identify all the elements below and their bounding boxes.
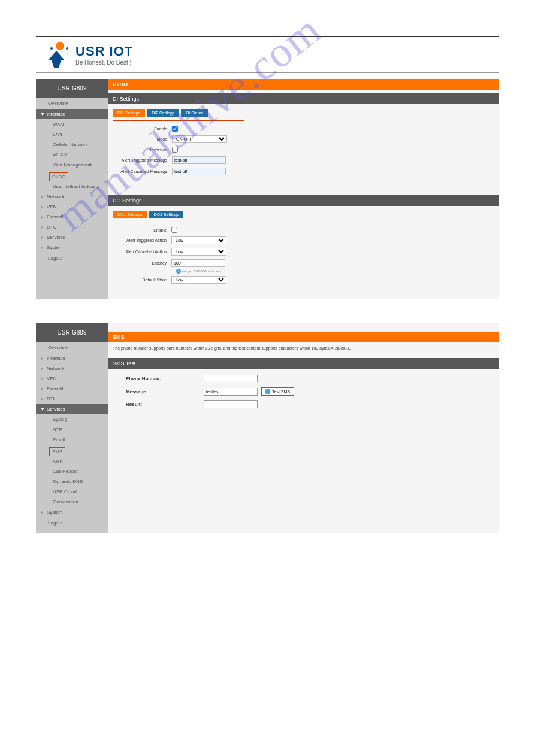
do-enable-label: Enable (117, 228, 171, 232)
do-lat-label: Latency (117, 261, 171, 265)
sms-note: The phone number supports pure numbers w… (108, 342, 499, 354)
sms-result-label: Result: (108, 402, 204, 407)
sms-msg-label: Message: (108, 389, 204, 394)
nav-dtu[interactable]: DTU (36, 222, 108, 232)
nav2-system[interactable]: System (36, 507, 108, 517)
tab-di2[interactable]: DI2 Settings (147, 109, 179, 117)
logo-main: USR IOT (75, 44, 133, 59)
do-aca-select[interactable]: Low (171, 248, 226, 256)
nav-vlan[interactable]: Vlan Management (36, 160, 108, 170)
sms-test-bar: SMS Test (108, 358, 499, 369)
nav-system[interactable]: System (36, 242, 108, 253)
di-acm-label: Alert Cancelled Message (118, 169, 172, 174)
logo-block: USR IOT Be Honest, Do Best ! (36, 40, 499, 69)
nav-logout[interactable]: Logout (36, 253, 108, 264)
svg-point-0 (56, 42, 64, 50)
logo-icon (42, 40, 71, 69)
do-def-select[interactable]: Low (171, 276, 226, 284)
info-icon: i (176, 269, 181, 274)
logo-sub: Be Honest, Do Best ! (75, 59, 133, 66)
do-tabs: DO1 Settings DO2 Settings (108, 206, 499, 222)
nav2-sms[interactable]: SMS (49, 447, 65, 456)
nav2-overview[interactable]: Overview (36, 342, 108, 353)
do-form: Enable Alert Triggered ActionLow Alert C… (113, 222, 499, 292)
header-sms: SMS (108, 332, 499, 342)
test-sms-button[interactable]: Test SMS (261, 387, 294, 396)
svg-point-1 (50, 47, 53, 50)
nav2-logout[interactable]: Logout (36, 517, 108, 529)
nav2-ddns[interactable]: Dynamic DNS (36, 476, 108, 487)
nav2-vpn[interactable]: VPN (36, 374, 108, 384)
nav-firewall[interactable]: Firewall (36, 212, 108, 222)
di-atm-input[interactable] (172, 156, 226, 164)
sms-phone-label: Phone Number: (108, 376, 204, 381)
nav-cellular[interactable]: Cellular Network (36, 139, 108, 150)
sms-msg-input[interactable] (204, 388, 258, 396)
content-2: SMS The phone number supports pure numbe… (108, 323, 499, 533)
di-atm-label: Alert Triggered Message (118, 158, 172, 162)
sms-result-input[interactable] (204, 400, 258, 408)
device-title-2: USR-G809 (36, 323, 108, 342)
nav2-firewall[interactable]: Firewall (36, 384, 108, 394)
nav-services[interactable]: Services (36, 232, 108, 242)
sms-phone-input[interactable] (204, 375, 258, 382)
nav2-services[interactable]: Services (36, 404, 108, 414)
nav-wlan[interactable]: WLAN (36, 150, 108, 160)
nav-dido[interactable]: DI/DO (49, 172, 68, 181)
nav2-interface[interactable]: Interface (36, 353, 108, 363)
nav2-callreboot[interactable]: Call Reboot (36, 466, 108, 476)
content-1: DI/DO DI Settings DI1 Settings DI2 Setti… (108, 79, 499, 299)
do-enable-checkbox[interactable] (171, 227, 177, 233)
do-ata-select[interactable]: Low (171, 236, 226, 244)
sidebar-2: USR-G809 Overview Interface Network VPN … (36, 323, 108, 533)
sms-form: Phone Number: Message:Test SMS Result: (108, 369, 499, 408)
logo-rule (36, 72, 499, 73)
tab-do1[interactable]: DO1 Settings (113, 211, 147, 218)
do-def-label: Default State (117, 278, 171, 282)
panel-dido: USR-G809 Overview Interface WAN LAN Cell… (36, 79, 499, 299)
nav2-usrcloud[interactable]: USR Cloud (36, 487, 108, 497)
do-lat-hint: irange: 0-30000, unit: ms (176, 269, 494, 274)
do-aca-label: Alert Cancelled Action (117, 250, 171, 254)
nav-wan[interactable]: WAN (36, 119, 108, 129)
di-inversion-checkbox[interactable] (172, 147, 178, 153)
di-enable-label: Enable (118, 127, 172, 131)
nav2-email[interactable]: Email (36, 435, 108, 445)
nav-vpn[interactable]: VPN (36, 202, 108, 212)
nav2-dtu[interactable]: DTU (36, 394, 108, 404)
nav2-syslog[interactable]: Syslog (36, 414, 108, 424)
di-form: Enable ModeON-OFF Inversion Alert Trigge… (113, 120, 244, 184)
tab-di1[interactable]: DI1 Settings (113, 109, 145, 117)
di-settings-bar: DI Settings (108, 93, 499, 104)
nav-userdef[interactable]: User-defined Indicator (36, 181, 108, 192)
top-rule (36, 36, 499, 37)
do-lat-input[interactable] (171, 259, 225, 267)
di-enable-checkbox[interactable] (172, 126, 178, 132)
di-acm-input[interactable] (172, 168, 226, 175)
svg-point-2 (66, 47, 68, 50)
di-tabs: DI1 Settings DI2 Settings DI Status (108, 104, 499, 120)
device-title: USR-G809 (36, 79, 108, 98)
nav2-ntp[interactable]: NTP (36, 424, 108, 435)
sidebar-1: USR-G809 Overview Interface WAN LAN Cell… (36, 79, 108, 299)
sms-icon (265, 389, 270, 394)
tab-do2[interactable]: DO2 Settings (149, 211, 184, 218)
panel-sms: USR-G809 Overview Interface Network VPN … (36, 323, 499, 533)
di-inversion-label: Inversion (118, 148, 172, 152)
nav2-geo[interactable]: Geolocation (36, 497, 108, 507)
nav-interface[interactable]: Interface (36, 109, 108, 119)
nav2-alert[interactable]: Alert (36, 456, 108, 466)
do-settings-bar: DO Settings (108, 195, 499, 206)
nav-network[interactable]: Network (36, 192, 108, 202)
di-mode-label: Mode (118, 137, 172, 141)
nav-lan[interactable]: LAN (36, 129, 108, 139)
header-dido: DI/DO (108, 79, 499, 90)
nav-overview[interactable]: Overview (36, 98, 108, 109)
tab-distatus[interactable]: DI Status (181, 109, 208, 117)
nav2-network[interactable]: Network (36, 363, 108, 374)
di-mode-select[interactable]: ON-OFF (172, 135, 227, 143)
do-ata-label: Alert Triggered Action (117, 238, 171, 242)
